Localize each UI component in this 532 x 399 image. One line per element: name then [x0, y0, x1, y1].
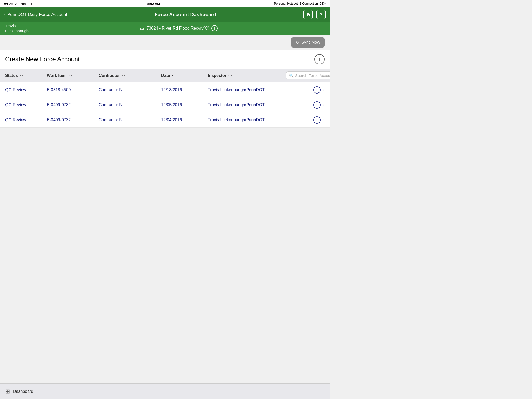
- contractor-link-1[interactable]: Contractor N: [99, 88, 122, 92]
- date-link-3[interactable]: 12/04/2016: [161, 118, 182, 122]
- folder-icon: 🗂: [140, 26, 144, 31]
- toolbar: ↻ Sync Now: [0, 35, 330, 50]
- plus-icon: +: [318, 56, 321, 63]
- workitem-link-1[interactable]: E-0518-4500: [47, 88, 71, 92]
- cell-date-2[interactable]: 12/05/2016: [161, 103, 208, 107]
- sync-label: Sync Now: [301, 40, 320, 45]
- chevron-left-icon: ‹: [4, 12, 6, 17]
- chevron-right-icon-3: ›: [323, 117, 325, 123]
- search-icon: 🔍: [289, 74, 294, 78]
- inspector-link-2[interactable]: Travis Luckenbaugh/PennDOT: [208, 103, 265, 107]
- date-link-1[interactable]: 12/13/2016: [161, 88, 182, 92]
- add-force-account-button[interactable]: +: [314, 54, 325, 64]
- cell-workitem-1[interactable]: E-0518-4500: [47, 88, 99, 92]
- col-date-label: Date: [161, 73, 170, 78]
- col-header-date[interactable]: Date ▼: [161, 73, 208, 78]
- status-time: 8:02 AM: [147, 2, 160, 6]
- cell-inspector-1[interactable]: Travis Luckenbaugh/PennDOT: [208, 88, 286, 92]
- sort-status-icon[interactable]: ▲▼: [19, 74, 24, 77]
- workitem-link-2[interactable]: E-0409-0732: [47, 103, 71, 107]
- hotspot-label: Personal Hotspot: 1 Connection: [274, 2, 318, 5]
- col-header-workitem[interactable]: Work Item ▲▼: [47, 73, 99, 78]
- signal-dot-1: [4, 3, 6, 5]
- question-mark-icon: ?: [320, 12, 322, 17]
- nav-icons: ?: [303, 10, 326, 19]
- sync-button[interactable]: ↻ Sync Now: [291, 37, 325, 48]
- date-link-2[interactable]: 12/05/2016: [161, 103, 182, 107]
- status-right: Personal Hotspot: 1 Connection 94%: [274, 2, 326, 5]
- status-link-3[interactable]: QC Review: [5, 118, 26, 122]
- chevron-right-icon-1: ›: [323, 87, 325, 92]
- inspector-link-3[interactable]: Travis Luckenbaugh/PennDOT: [208, 118, 265, 122]
- table-row: QC Review E-0518-4500 Contractor N 12/13…: [0, 82, 330, 97]
- cell-contractor-1[interactable]: Contractor N: [99, 88, 161, 92]
- user-name: Travis Luckenbaugh: [5, 23, 29, 34]
- col-workitem-label: Work Item: [47, 73, 67, 78]
- signal-dot-3: [9, 3, 11, 5]
- row-actions-3: i ›: [286, 116, 325, 124]
- sort-workitem-icon[interactable]: ▲▼: [68, 74, 73, 77]
- cell-contractor-3[interactable]: Contractor N: [99, 118, 161, 122]
- table-row: QC Review E-0409-0732 Contractor N 12/04…: [0, 112, 330, 128]
- cell-inspector-2[interactable]: Travis Luckenbaugh/PennDOT: [208, 103, 286, 107]
- network-label: LTE: [27, 2, 33, 6]
- signal-dot-4: [11, 3, 13, 5]
- nav-title: Force Account Dashboard: [155, 12, 216, 17]
- project-info: 🗂 73624 - River Rd Flood Recvry(C) i: [140, 25, 218, 31]
- search-wrap: 🔍: [286, 71, 330, 79]
- signal-dot-2: [6, 3, 8, 5]
- col-status-label: Status: [5, 73, 18, 78]
- back-label: PennDOT Daily Force Account: [7, 12, 67, 17]
- nav-bar: ‹ PennDOT Daily Force Account Force Acco…: [0, 7, 330, 22]
- workitem-link-3[interactable]: E-0409-0732: [47, 118, 71, 122]
- cell-contractor-2[interactable]: Contractor N: [99, 103, 161, 107]
- force-accounts-table: Status ▲▼ Work Item ▲▼ Contractor ▲▼ Dat…: [0, 69, 330, 128]
- cell-date-3[interactable]: 12/04/2016: [161, 118, 208, 122]
- info-button-2[interactable]: i: [313, 101, 321, 109]
- project-info-icon[interactable]: i: [211, 25, 218, 31]
- col-header-contractor[interactable]: Contractor ▲▼: [99, 73, 161, 78]
- project-label: 73624 - River Rd Flood Recvry(C): [147, 26, 209, 31]
- info-button-1[interactable]: i: [313, 86, 321, 94]
- carrier-info: Verizon LTE: [4, 2, 33, 6]
- contractor-link-3[interactable]: Contractor N: [99, 118, 122, 122]
- col-header-status[interactable]: Status ▲▼: [5, 73, 47, 78]
- inspector-link-1[interactable]: Travis Luckenbaugh/PennDOT: [208, 88, 265, 92]
- cell-inspector-3[interactable]: Travis Luckenbaugh/PennDOT: [208, 118, 286, 122]
- cell-status-3[interactable]: QC Review: [5, 118, 47, 122]
- sub-header: Travis Luckenbaugh 🗂 73624 - River Rd Fl…: [0, 22, 330, 35]
- cell-workitem-3[interactable]: E-0409-0732: [47, 118, 99, 122]
- col-inspector-label: Inspector: [208, 73, 227, 78]
- table-header: Status ▲▼ Work Item ▲▼ Contractor ▲▼ Dat…: [0, 69, 330, 82]
- row-actions-1: i ›: [286, 86, 325, 94]
- search-col: 🔍: [286, 71, 330, 79]
- contractor-link-2[interactable]: Contractor N: [99, 103, 122, 107]
- content-area: [0, 128, 330, 226]
- back-button[interactable]: ‹ PennDOT Daily Force Account: [4, 12, 67, 17]
- chevron-right-icon-2: ›: [323, 102, 325, 108]
- home-icon-button[interactable]: [303, 10, 313, 19]
- status-link-1[interactable]: QC Review: [5, 88, 26, 92]
- sync-icon: ↻: [296, 40, 299, 45]
- battery-label: 94%: [320, 2, 326, 5]
- info-button-3[interactable]: i: [313, 116, 321, 124]
- sort-inspector-icon[interactable]: ▲▼: [228, 74, 233, 77]
- carrier-label: Verizon: [15, 2, 26, 6]
- row-actions-2: i ›: [286, 101, 325, 109]
- create-section: Create New Force Account +: [0, 50, 330, 69]
- cell-workitem-2[interactable]: E-0409-0732: [47, 103, 99, 107]
- status-link-2[interactable]: QC Review: [5, 103, 26, 107]
- col-header-inspector[interactable]: Inspector ▲▼: [208, 73, 286, 78]
- table-row: QC Review E-0409-0732 Contractor N 12/05…: [0, 97, 330, 112]
- col-contractor-label: Contractor: [99, 73, 120, 78]
- sort-date-icon[interactable]: ▼: [171, 74, 174, 77]
- search-input[interactable]: [295, 73, 330, 78]
- sort-contractor-icon[interactable]: ▲▼: [121, 74, 126, 77]
- cell-status-2[interactable]: QC Review: [5, 103, 47, 107]
- create-title: Create New Force Account: [5, 56, 80, 63]
- help-icon-button[interactable]: ?: [316, 10, 326, 19]
- status-bar: Verizon LTE 8:02 AM Personal Hotspot: 1 …: [0, 0, 330, 7]
- cell-date-1[interactable]: 12/13/2016: [161, 88, 208, 92]
- signal-dots: [4, 3, 13, 5]
- cell-status-1[interactable]: QC Review: [5, 88, 47, 92]
